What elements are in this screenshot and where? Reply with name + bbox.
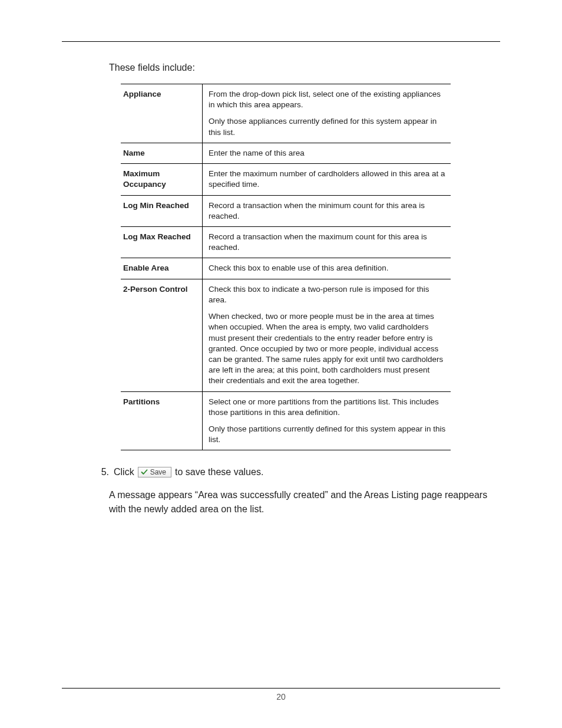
fields-table: ApplianceFrom the drop-down pick list, s… xyxy=(121,84,451,450)
table-row: 2-Person ControlCheck this box to indica… xyxy=(121,279,451,391)
intro-text: These fields include: xyxy=(109,62,500,73)
description-paragraph: When checked, two or more people must be… xyxy=(209,311,447,387)
body-content: These fields include: ApplianceFrom the … xyxy=(62,62,500,516)
table-row: Log Max ReachedRecord a transaction when… xyxy=(121,226,451,258)
description-paragraph: From the drop-down pick list, select one… xyxy=(209,89,447,110)
field-description: Check this box to indicate a two-person … xyxy=(203,279,451,391)
description-paragraph: Enter the name of this area xyxy=(209,148,447,159)
description-paragraph: Record a transaction when the maximum co… xyxy=(209,232,447,253)
field-description: Check this box to enable use of this are… xyxy=(203,258,451,279)
field-label: Partitions xyxy=(121,391,203,450)
table-row: PartitionsSelect one or more partitions … xyxy=(121,391,451,450)
field-label: Log Min Reached xyxy=(121,195,203,226)
save-button-label: Save xyxy=(150,467,166,477)
header-rule xyxy=(62,41,500,42)
description-paragraph: Only those partitions currently defined … xyxy=(209,424,447,445)
field-description: Enter the maximum number of cardholders … xyxy=(203,164,451,195)
description-paragraph: Record a transaction when the minimum co… xyxy=(209,200,447,222)
description-paragraph: Check this box to indicate a two-person … xyxy=(209,284,447,305)
table-row: ApplianceFrom the drop-down pick list, s… xyxy=(121,84,451,143)
footer-rule xyxy=(62,688,500,689)
field-description: Enter the name of this area xyxy=(203,143,451,163)
field-description: Record a transaction when the minimum co… xyxy=(203,195,451,226)
description-paragraph: Only those appliances currently defined … xyxy=(209,116,447,137)
table-row: Maximum OccupancyEnter the maximum numbe… xyxy=(121,164,451,195)
step-click-word: Click xyxy=(114,467,134,477)
field-label: Maximum Occupancy xyxy=(121,164,203,195)
table-row: NameEnter the name of this area xyxy=(121,143,451,163)
step-5: 5. Click Save to save these values. xyxy=(109,467,500,477)
field-description: Select one or more partitions from the p… xyxy=(203,391,451,450)
field-description: From the drop-down pick list, select one… xyxy=(203,84,451,143)
step-number: 5. xyxy=(95,467,114,477)
step-after-text: to save these values. xyxy=(175,467,263,477)
save-button[interactable]: Save xyxy=(138,467,171,477)
description-paragraph: Check this box to enable use of this are… xyxy=(209,263,447,274)
fields-tbody: ApplianceFrom the drop-down pick list, s… xyxy=(121,84,451,450)
description-paragraph: Enter the maximum number of cardholders … xyxy=(209,169,447,190)
field-label: Appliance xyxy=(121,84,203,143)
page-footer: 20 xyxy=(62,688,500,701)
document-page: These fields include: ApplianceFrom the … xyxy=(0,0,562,728)
page-number: 20 xyxy=(62,692,500,701)
field-label: Enable Area xyxy=(121,258,203,279)
table-row: Log Min ReachedRecord a transaction when… xyxy=(121,195,451,226)
result-text: A message appears “Area was successfully… xyxy=(109,488,500,515)
description-paragraph: Select one or more partitions from the p… xyxy=(209,397,447,418)
field-label: Log Max Reached xyxy=(121,226,203,258)
check-icon xyxy=(141,469,148,476)
field-label: 2-Person Control xyxy=(121,279,203,391)
field-description: Record a transaction when the maximum co… xyxy=(203,226,451,258)
field-label: Name xyxy=(121,143,203,163)
table-row: Enable AreaCheck this box to enable use … xyxy=(121,258,451,279)
